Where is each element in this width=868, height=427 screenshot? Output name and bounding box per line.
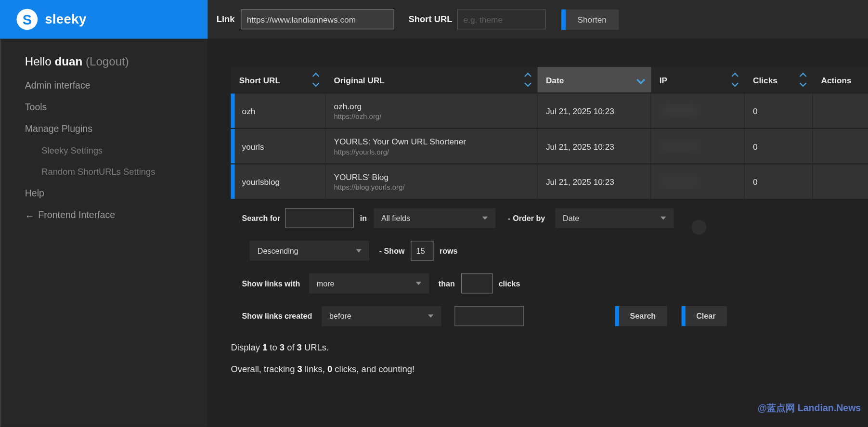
brand-name: sleeky xyxy=(45,12,87,27)
show-links-with-label: Show links with xyxy=(242,279,300,288)
sidebar-nav: Admin interface Tools Manage Plugins Sle… xyxy=(25,79,208,222)
top-bar: S sleeky Link Short URL Shorten xyxy=(0,0,868,39)
sidebar-item-tools[interactable]: Tools xyxy=(25,101,208,114)
dropdown-arrow-icon xyxy=(356,249,362,253)
sort-toggle-icon[interactable] xyxy=(732,74,737,86)
shorten-form: Link Short URL Shorten xyxy=(207,0,868,39)
filter-row-sort: Descending - Show rows xyxy=(242,241,868,260)
table-row: ozh ozh.org https://ozh.org/ Jul 21, 202… xyxy=(231,93,868,128)
back-arrow-icon: ← xyxy=(25,210,35,220)
original-url-cell: YOURLS' Blog https://blog.yourls.org/ xyxy=(325,165,537,199)
chevron-down-icon xyxy=(312,80,320,87)
link-label: Link xyxy=(217,14,235,25)
actions-cell xyxy=(813,165,868,199)
app-window: S sleeky Link Short URL Shorten Hello du… xyxy=(0,0,868,427)
clicks-cell: 0 xyxy=(745,165,813,199)
short-url-input[interactable] xyxy=(457,10,546,29)
link-input[interactable] xyxy=(241,10,394,29)
rows-count-input[interactable] xyxy=(411,241,433,260)
row-accent-bar xyxy=(231,93,235,128)
sort-toggle-icon[interactable] xyxy=(313,74,318,86)
short-url-cell: ozh xyxy=(231,93,326,128)
table-row: yourlsblog YOURLS' Blog https://blog.you… xyxy=(231,165,868,199)
filter-row-search: Search for in All fields - Order by Date xyxy=(242,208,868,228)
clicks-label: clicks xyxy=(499,279,520,288)
sidebar-item-manage-plugins[interactable]: Manage Plugins xyxy=(25,122,208,136)
button-accent-bar xyxy=(615,306,619,326)
sidebar-item-frontend-interface[interactable]: ←Frontend Interface xyxy=(25,209,208,222)
button-accent-bar xyxy=(681,306,685,326)
date-cell: Jul 21, 2025 10:23 xyxy=(538,165,651,199)
column-header-short-url[interactable]: Short URL xyxy=(231,67,326,92)
short-url-cell: yourlsblog xyxy=(231,165,326,199)
created-date-input[interactable] xyxy=(454,306,524,326)
order-by-label: - Order by xyxy=(508,214,545,222)
original-url-link: https://yourls.org/ xyxy=(334,147,529,155)
search-button[interactable]: Search xyxy=(615,306,667,326)
actions-cell xyxy=(813,93,868,128)
dropdown-arrow-icon xyxy=(661,217,666,220)
date-cell: Jul 21, 2025 10:23 xyxy=(538,93,651,128)
ip-cell xyxy=(651,165,744,199)
clicks-compare-select[interactable]: more xyxy=(309,273,429,293)
order-by-select[interactable]: Date xyxy=(555,208,674,228)
shorten-button[interactable]: Shorten xyxy=(561,9,619,30)
sort-toggle-icon[interactable] xyxy=(801,74,805,86)
chevron-down-icon xyxy=(636,76,645,84)
sidebar: Hello duan (Logout) Admin interface Tool… xyxy=(0,39,207,427)
column-header-date[interactable]: Date xyxy=(538,67,651,92)
original-url-cell: YOURLS: Your Own URL Shortener https://y… xyxy=(325,129,537,163)
filter-row-clicks: Show links with more than clicks xyxy=(242,273,868,293)
redacted-ip xyxy=(660,176,700,188)
brand-logo: S sleeky xyxy=(0,0,207,39)
show-links-created-label: Show links created xyxy=(242,311,312,320)
search-in-select[interactable]: All fields xyxy=(374,208,495,228)
short-url-label: Short URL xyxy=(409,14,453,25)
chevron-up-icon xyxy=(524,73,531,80)
search-for-label: Search for xyxy=(242,214,281,222)
row-accent-bar xyxy=(231,129,235,163)
decorative-circle xyxy=(691,220,706,235)
sidebar-item-sleeky-settings[interactable]: Sleeky Settings xyxy=(25,144,208,157)
chevron-down-icon xyxy=(800,80,807,87)
table-row: yourls YOURLS: Your Own URL Shortener ht… xyxy=(231,129,868,163)
column-header-actions: Actions xyxy=(813,67,868,92)
redacted-ip xyxy=(660,140,700,152)
sidebar-item-admin-interface[interactable]: Admin interface xyxy=(25,79,208,92)
dropdown-arrow-icon xyxy=(416,282,422,285)
created-compare-select[interactable]: before xyxy=(322,306,441,326)
sidebar-item-help[interactable]: Help xyxy=(25,187,208,201)
overall-stats-text: Overall, tracking 3 links, 0 clicks, and… xyxy=(231,364,868,375)
dropdown-arrow-icon xyxy=(428,314,434,318)
user-greeting: Hello duan (Logout) xyxy=(25,55,208,68)
sidebar-item-random-shorturls-settings[interactable]: Random ShortURLs Settings xyxy=(25,166,208,179)
chevron-up-icon xyxy=(731,73,738,80)
column-header-ip[interactable]: IP xyxy=(651,67,744,92)
short-url-cell: yourls xyxy=(231,129,326,163)
show-label: - Show xyxy=(379,246,405,255)
watermark: @蓝点网 Landian.News xyxy=(758,402,861,414)
original-url-link: https://ozh.org/ xyxy=(334,112,529,120)
rows-label: rows xyxy=(440,246,458,255)
original-url-link: https://blog.yourls.org/ xyxy=(334,183,529,191)
chevron-down-icon xyxy=(524,80,531,87)
display-range-text: Display 1 to 3 of 3 URLs. xyxy=(231,343,868,353)
column-header-original-url[interactable]: Original URL xyxy=(325,67,537,92)
username: duan xyxy=(55,55,83,67)
logout-link[interactable]: (Logout) xyxy=(82,55,129,67)
button-accent-bar xyxy=(561,9,566,30)
dropdown-arrow-icon xyxy=(482,217,488,220)
ip-cell xyxy=(651,129,744,163)
table-header-row: Short URL Original URL Date IP xyxy=(231,67,868,92)
sort-toggle-icon[interactable] xyxy=(525,74,530,86)
clear-button[interactable]: Clear xyxy=(681,306,726,326)
clicks-threshold-input[interactable] xyxy=(461,273,492,293)
main-content: Short URL Original URL Date IP xyxy=(207,39,868,427)
sort-direction-select[interactable]: Descending xyxy=(250,241,369,260)
search-input[interactable] xyxy=(285,208,354,228)
original-url-cell: ozh.org https://ozh.org/ xyxy=(325,93,537,128)
column-header-clicks[interactable]: Clicks xyxy=(745,67,813,92)
chevron-up-icon xyxy=(312,73,320,80)
filter-row-created: Show links created before Search Clear xyxy=(242,306,868,326)
redacted-ip xyxy=(660,104,700,116)
